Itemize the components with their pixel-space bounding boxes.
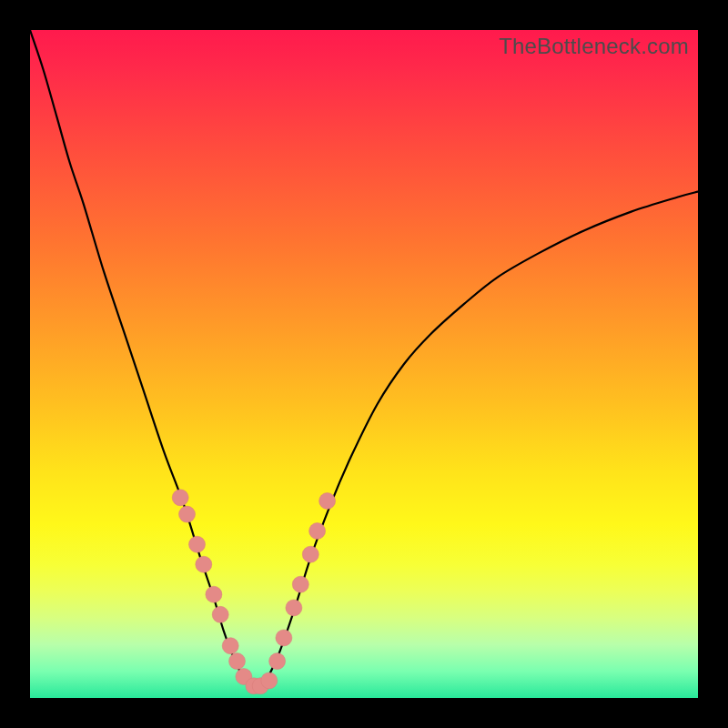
marker-point [229,653,246,670]
marker-point [261,672,278,689]
chart-plot-area: TheBottleneck.com [30,30,698,698]
marker-point [172,490,188,506]
marker-point [286,600,302,616]
curve-markers [172,490,335,694]
chart-frame: TheBottleneck.com [0,0,728,728]
marker-point [302,546,318,562]
marker-point [292,576,308,592]
marker-point [269,653,286,670]
bottleneck-curve [30,30,698,686]
marker-point [212,606,228,622]
marker-point [319,493,336,510]
marker-point [196,556,212,572]
chart-svg [30,30,698,698]
marker-point [276,630,292,646]
marker-point [206,586,222,602]
marker-point [179,506,196,522]
marker-point [309,523,326,540]
marker-point [222,638,238,654]
marker-point [189,536,206,552]
